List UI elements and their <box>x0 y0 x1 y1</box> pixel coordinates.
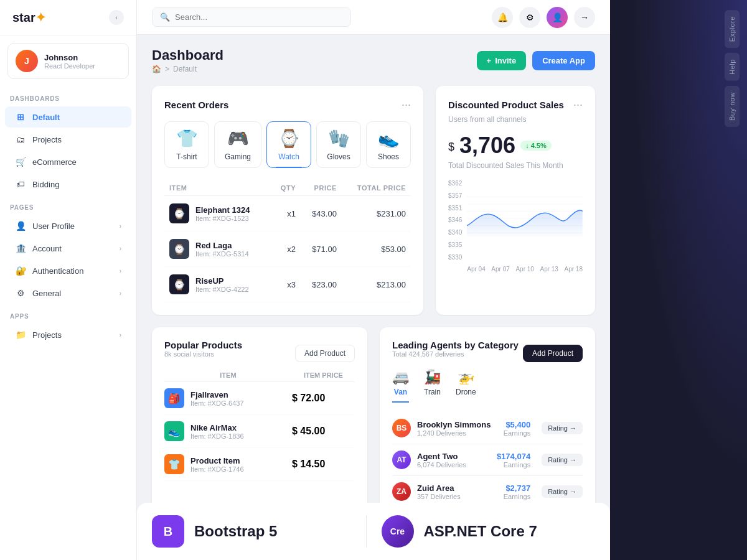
help-button[interactable]: Help <box>725 53 740 81</box>
settings-icon[interactable]: ⚙ <box>519 7 540 28</box>
explore-button[interactable]: Explore <box>725 10 740 48</box>
tshirt-icon: 👕 <box>176 128 198 149</box>
sidebar-logo: star✦ ‹ <box>0 0 136 35</box>
sidebar-item-bidding[interactable]: 🏷 Bidding <box>5 174 131 195</box>
agent-tabs: 🚐 Van 🚂 Train 🚁 Drone <box>392 369 583 403</box>
side-buttons: Explore Help Buy now <box>610 0 747 137</box>
sidebar-item-label: Bidding <box>32 180 59 189</box>
agent-row: BS Brooklyn Simmons 1,240 Deliveries $5,… <box>392 413 583 444</box>
tab-gaming[interactable]: 🎮 Gaming <box>214 121 261 168</box>
sidebar-section-pages: PAGES <box>0 195 136 215</box>
sidebar-collapse-button[interactable]: ‹ <box>109 10 124 25</box>
chart-y-axis: $362 $357 $351 $346 $340 $335 $330 <box>448 180 462 273</box>
sidebar-item-account[interactable]: 🏦 Account › <box>5 238 131 259</box>
leading-agents-title: Leading Agents by Category <box>392 340 519 350</box>
buy-now-button[interactable]: Buy now <box>725 86 740 127</box>
sidebar-item-projects-app[interactable]: 📁 Projects › <box>5 324 131 345</box>
col-qty: QTY <box>271 180 301 196</box>
sidebar-item-authentication[interactable]: 🔐 Authentication › <box>5 260 131 281</box>
logo-text: star✦ <box>12 10 46 25</box>
sidebar-item-projects[interactable]: 🗂 Projects <box>5 129 131 150</box>
rating-button[interactable]: Rating → <box>542 422 583 434</box>
sales-chart <box>467 180 583 261</box>
discounted-sales-title: Discounted Product Sales <box>448 100 564 110</box>
tab-gloves[interactable]: 🧤 Gloves <box>316 121 361 168</box>
order-tabs: 👕 T-shirt 🎮 Gaming ⌚ Watch 🧤 Gloves <box>164 121 411 168</box>
top-grid: Recent Orders ··· 👕 T-shirt 🎮 Gaming ⌚ W… <box>152 86 595 315</box>
agent-avatar: BS <box>392 419 411 437</box>
user-avatar-topbar[interactable]: 👤 <box>547 7 568 28</box>
cart-icon: 🛒 <box>15 156 26 167</box>
sidebar-item-label: Default <box>32 113 60 122</box>
leading-agents-card: Leading Agents by Category Total 424,567… <box>380 327 595 520</box>
logout-icon[interactable]: → <box>574 7 595 28</box>
van-icon: 🚐 <box>392 369 409 385</box>
tag-icon: 🏷 <box>15 179 26 190</box>
page-header-left: Dashboard 🏠 > Default <box>152 47 223 73</box>
grid-icon: ⊞ <box>15 111 26 123</box>
settings-icon: ⚙ <box>15 287 26 299</box>
popular-products-card: Popular Products 8k social visitors Add … <box>152 327 367 520</box>
agent-earnings-group: $174,074 Earnings <box>497 452 530 469</box>
agent-info: Brooklyn Simmons 1,240 Deliveries <box>417 420 491 437</box>
col-item-price: ITEM PRICE <box>292 369 355 382</box>
aspnet-title: ASP.NET Core 7 <box>424 523 537 540</box>
table-row: ⌚ Red Laga Item: #XDG-5314 x2 $71.00 $53… <box>164 231 411 267</box>
watch-icon: ⌚ <box>278 128 300 149</box>
tab-shoes[interactable]: 👟 Shoes <box>366 121 411 168</box>
rating-button[interactable]: Rating → <box>542 454 583 466</box>
chart-area: Apr 04 Apr 07 Apr 10 Apr 13 Apr 18 <box>467 180 583 273</box>
search-icon: 🔍 <box>160 12 170 22</box>
sidebar-item-label: User Profile <box>32 222 75 231</box>
agent-row: AT Agent Two 6,074 Deliveries $174,074 E… <box>392 444 583 476</box>
recent-orders-card: Recent Orders ··· 👕 T-shirt 🎮 Gaming ⌚ W… <box>152 86 423 315</box>
sidebar-item-general[interactable]: ⚙ General › <box>5 282 131 304</box>
item-info: Nike AirMax Item: #XDG-1836 <box>190 423 244 440</box>
leading-agents-header: Leading Agents by Category Total 424,567… <box>392 340 583 366</box>
sidebar-item-ecommerce[interactable]: 🛒 eCommerce <box>5 151 131 172</box>
chevron-right-icon: › <box>120 268 121 274</box>
add-product-button[interactable]: Add Product <box>295 345 355 362</box>
agent-tab-train[interactable]: 🚂 Train <box>424 369 441 403</box>
sidebar-item-label: Projects <box>32 135 62 144</box>
menu-icon[interactable]: ··· <box>573 98 583 111</box>
topbar: 🔍 🔔 ⚙ 👤 → <box>137 0 610 35</box>
sidebar-item-label: eCommerce <box>32 157 77 167</box>
right-panel: Explore Help Buy now <box>610 0 747 560</box>
sales-subtitle: Users from all channels <box>448 115 583 124</box>
agent-tab-van[interactable]: 🚐 Van <box>392 369 409 403</box>
item-info: RiseUP Item: #XDG-4222 <box>195 276 249 293</box>
main-content: 🔍 🔔 ⚙ 👤 → Dashboard 🏠 > Default + <box>137 0 610 560</box>
tab-tshirt[interactable]: 👕 T-shirt <box>164 121 209 168</box>
search-input[interactable] <box>175 12 343 22</box>
sidebar-item-default[interactable]: ⊞ Default <box>5 106 131 128</box>
bootstrap-promo: B Bootstrap 5 <box>152 515 366 548</box>
sidebar-item-label: Projects <box>32 330 62 340</box>
sidebar: star✦ ‹ J Johnson React Developer DASHBO… <box>0 0 137 560</box>
item-image: ⌚ <box>169 274 189 294</box>
agent-tab-drone[interactable]: 🚁 Drone <box>456 369 476 403</box>
rating-button[interactable]: Rating → <box>542 485 583 498</box>
dotnet-badge: Cre <box>382 515 414 548</box>
table-row: 🎒 Fjallraven Item: #XDG-6437 $ 72.00 <box>164 382 355 415</box>
leading-agents-title-group: Leading Agents by Category Total 424,567… <box>392 340 519 366</box>
create-app-button[interactable]: Create App <box>532 51 595 70</box>
menu-icon[interactable]: ··· <box>402 98 411 111</box>
sidebar-section-apps: APPS <box>0 304 136 324</box>
invite-button[interactable]: + Invite <box>477 51 527 70</box>
agent-avatar: ZA <box>392 482 411 501</box>
folder-icon: 🗂 <box>15 134 26 145</box>
tab-watch[interactable]: ⌚ Watch <box>266 121 311 168</box>
bootstrap-text: Bootstrap 5 <box>194 523 277 540</box>
add-agent-product-button[interactable]: Add Product <box>523 345 583 362</box>
chevron-right-icon: › <box>120 332 121 338</box>
header-buttons: + Invite Create App <box>477 51 595 70</box>
sidebar-item-user-profile[interactable]: 👤 User Profile › <box>5 215 131 236</box>
chevron-right-icon: › <box>120 290 121 297</box>
home-icon: 🏠 <box>152 65 161 73</box>
notifications-icon[interactable]: 🔔 <box>492 7 513 28</box>
bottom-grid: Popular Products 8k social visitors Add … <box>152 327 595 520</box>
search-box: 🔍 <box>152 7 351 27</box>
orders-table: ITEM QTY PRICE TOTAL PRICE ⌚ <box>164 180 411 302</box>
train-icon: 🚂 <box>424 369 441 385</box>
